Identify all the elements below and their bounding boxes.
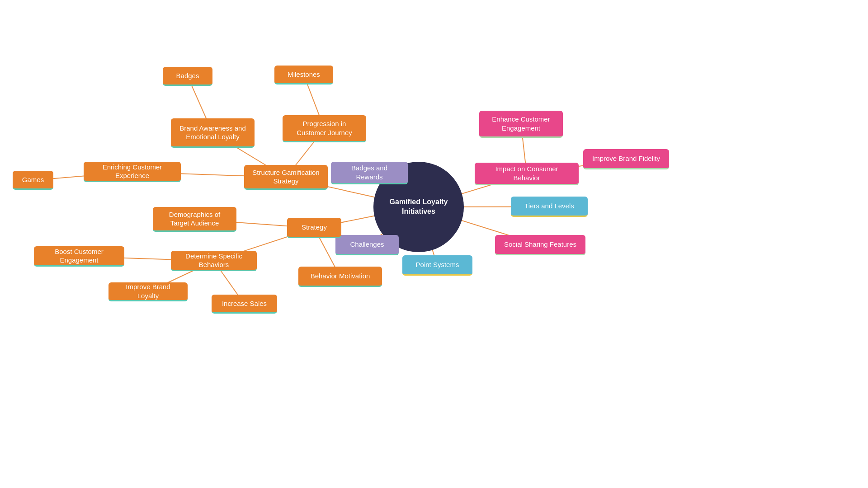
badges-rewards-node: Badges and Rewards (331, 162, 408, 184)
increase-sales-node: Increase Sales (212, 295, 277, 314)
improve-brand-fidelity-node: Improve Brand Fidelity (583, 149, 669, 169)
point-systems-node: Point Systems (402, 255, 472, 276)
impact-consumer-node: Impact on Consumer Behavior (475, 163, 579, 185)
milestones-node: Milestones (274, 66, 333, 84)
social-sharing-node: Social Sharing Features (495, 235, 585, 255)
progression-node: Progression in Customer Journey (283, 115, 366, 142)
games-node: Games (13, 171, 53, 190)
mindmap-canvas: Gamified Loyalty InitiativesBadges and R… (0, 0, 868, 488)
structure-gamification-node: Structure Gamification Strategy (244, 165, 328, 190)
demographics-node: Demographics of Target Audience (153, 207, 236, 232)
challenges-node: Challenges (335, 235, 399, 255)
determine-behaviors-node: Determine Specific Behaviors (171, 251, 257, 271)
boost-engagement-node: Boost Customer Engagement (34, 246, 124, 267)
tiers-levels-node: Tiers and Levels (511, 197, 588, 217)
brand-awareness-node: Brand Awareness and Emotional Loyalty (171, 118, 255, 148)
behavior-motivation-node: Behavior Motivation (298, 267, 382, 287)
enriching-exp-node: Enriching Customer Experience (84, 162, 181, 182)
strategy-node: Strategy (287, 218, 341, 238)
enhance-engagement-node: Enhance Customer Engagement (479, 111, 563, 138)
badges-node: Badges (163, 67, 212, 86)
improve-loyalty-node: Improve Brand Loyalty (108, 282, 188, 301)
